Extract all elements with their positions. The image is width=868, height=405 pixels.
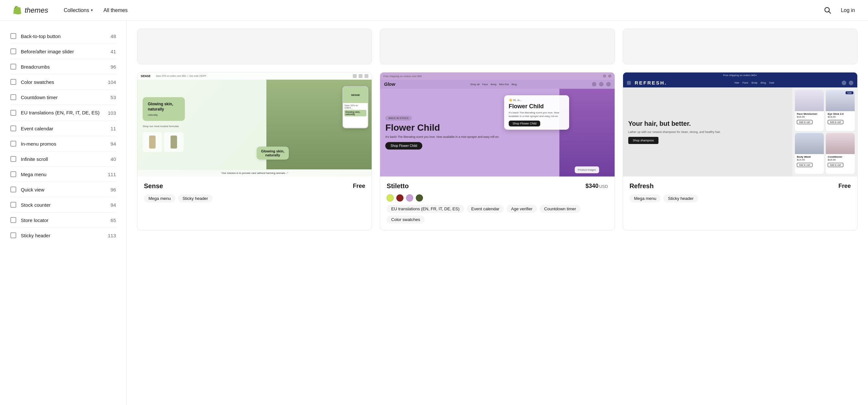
logo-text: themes xyxy=(25,6,48,15)
refresh-nav: Hair Face Body Blog Sale xyxy=(735,81,774,84)
color-swatch-purple[interactable] xyxy=(406,194,413,202)
logo[interactable]: themes xyxy=(13,6,48,15)
theme-card-stiletto[interactable]: Free shipping on orders over $50 Glow Sh… xyxy=(380,72,615,230)
stiletto-tag-color[interactable]: Color swatches xyxy=(386,215,425,224)
checkbox-back-to-top[interactable] xyxy=(10,33,16,39)
shopify-logo-icon xyxy=(13,6,22,15)
refresh-hero: Your hair, but better. Lather up with ou… xyxy=(623,87,857,176)
sense-floating-badge: Glowing skin,naturally xyxy=(257,147,289,160)
refresh-theme-name: Refresh xyxy=(629,182,654,190)
refresh-preview-bg: Free shipping on orders $45+ REFRESH. Ha… xyxy=(623,73,857,176)
theme-content: SENSE Save 15% on orders over $50 ✓ Use … xyxy=(127,21,868,405)
checkbox-sticky-header[interactable] xyxy=(10,232,16,238)
sense-nav-bar: SENSE Save 15% on orders over $50 ✓ Use … xyxy=(137,73,372,80)
refresh-shop-btn[interactable]: Shop shampoos xyxy=(628,137,658,144)
stiletto-brand: Glow xyxy=(384,82,395,87)
filter-before-after[interactable]: Before/after image slider 41 xyxy=(10,44,116,59)
refresh-brand: REFRESH. xyxy=(635,80,667,86)
sense-green-card: Glowing skin, naturally naturally xyxy=(143,97,185,121)
phone-mockup: SENSE Save 15% on orders... Glowing skin… xyxy=(342,86,368,128)
filter-sidebar: Back-to-top button 48 Before/after image… xyxy=(0,21,127,405)
search-icon xyxy=(824,6,832,14)
top-card-1 xyxy=(137,29,372,64)
filter-color-swatches[interactable]: Color swatches 104 xyxy=(10,75,116,90)
filter-in-menu-promos[interactable]: In-menu promos 94 xyxy=(10,136,116,151)
sense-theme-price: Free xyxy=(353,183,365,190)
filter-countdown-timer[interactable]: Countdown timer 53 xyxy=(10,90,116,105)
search-button[interactable] xyxy=(823,5,833,16)
top-card-2 xyxy=(380,29,615,64)
header-actions: Log in xyxy=(823,5,855,16)
stiletto-fc-btn[interactable]: Shop Flower Child xyxy=(509,121,540,126)
checkbox-stock-counter[interactable] xyxy=(10,202,16,208)
stiletto-card-info: Stiletto $340USD EU translations (EN, FR… xyxy=(380,176,614,230)
filter-store-locator[interactable]: Store locator 65 xyxy=(10,212,116,228)
checkbox-infinite-scroll[interactable] xyxy=(10,156,16,162)
theme-card-refresh[interactable]: Free shipping on orders $45+ REFRESH. Ha… xyxy=(623,72,858,230)
login-button[interactable]: Log in xyxy=(841,7,855,13)
nav-all-themes[interactable]: All themes xyxy=(103,7,128,13)
stiletto-tag-countdown[interactable]: Countdown timer xyxy=(539,205,581,213)
filter-stock-counter[interactable]: Stock counter 94 xyxy=(10,197,116,212)
stiletto-cta[interactable]: Shop Flower Child xyxy=(385,142,422,149)
add-to-cart-3[interactable]: Add to cart xyxy=(797,163,812,167)
refresh-product-2[interactable]: Sale Eye Stick 2.0 $18.00 Add to cart xyxy=(826,90,855,131)
refresh-hero-title: Your hair, but better. xyxy=(628,120,787,127)
theme-grid: SENSE Save 15% on orders over $50 ✓ Use … xyxy=(137,72,858,230)
refresh-product-3[interactable]: Body Wash $14.00 Add to cart xyxy=(795,133,824,174)
stiletto-hero: BACK IN STOCK Flower Child It's back! Th… xyxy=(380,89,614,176)
top-partial-cards xyxy=(137,29,858,64)
refresh-products-grid: Face Moisturizer $16.00 Add to cart Sale xyxy=(792,87,857,176)
sense-card-info: Sense Free Mega menu Sticky header xyxy=(137,176,372,209)
filter-infinite-scroll[interactable]: Infinite scroll 40 xyxy=(10,151,116,167)
filter-eu-translations[interactable]: EU translations (EN, FR, IT, DE, ES) 103 xyxy=(10,105,116,121)
refresh-card-header: Refresh Free xyxy=(629,182,851,190)
checkbox-color-swatches[interactable] xyxy=(10,79,16,85)
stiletto-preview-image: Free shipping on orders over $50 Glow Sh… xyxy=(380,73,614,176)
add-to-cart-4[interactable]: Add to cart xyxy=(828,163,843,167)
sense-tag-sticky-header[interactable]: Sticky header xyxy=(178,194,213,202)
refresh-product-4[interactable]: Conditioner $16.00 Add to cart xyxy=(826,133,855,174)
sense-quote: "Our mission is to provide care without … xyxy=(137,169,372,176)
refresh-product-1[interactable]: Face Moisturizer $16.00 Add to cart xyxy=(795,90,824,131)
filter-event-calendar[interactable]: Event calendar 11 xyxy=(10,121,116,136)
sense-tags: Mega menu Sticky header xyxy=(144,194,365,202)
sense-products-strip xyxy=(143,132,261,152)
checkbox-in-menu-promos[interactable] xyxy=(10,141,16,147)
sense-right: SENSE Save 15% on orders... Glowing skin… xyxy=(267,80,372,169)
main-layout: Back-to-top button 48 Before/after image… xyxy=(0,21,868,405)
checkbox-mega-menu[interactable] xyxy=(10,171,16,177)
refresh-tag-mega-menu[interactable]: Mega menu xyxy=(629,194,661,202)
sense-body: Glowing skin, naturally naturally Shop o… xyxy=(137,80,372,169)
filter-quick-view[interactable]: Quick view 96 xyxy=(10,182,116,197)
sense-preview-bg: SENSE Save 15% on orders over $50 ✓ Use … xyxy=(137,73,372,176)
stiletto-tag-event[interactable]: Event calendar xyxy=(467,205,504,213)
checkbox-breadcrumbs[interactable] xyxy=(10,64,16,69)
sense-preview-image: SENSE Save 15% on orders over $50 ✓ Use … xyxy=(137,73,372,176)
add-to-cart-1[interactable]: Add to cart xyxy=(797,120,812,124)
stiletto-theme-price: $340USD xyxy=(585,183,608,190)
filter-sticky-header[interactable]: Sticky header 113 xyxy=(10,228,116,243)
filter-breadcrumbs[interactable]: Breadcrumbs 96 xyxy=(10,59,116,75)
color-swatch-green[interactable] xyxy=(416,194,423,202)
checkbox-countdown-timer[interactable] xyxy=(10,94,16,100)
stiletto-tag-age[interactable]: Age verifier xyxy=(506,205,537,213)
top-card-3 xyxy=(623,29,858,64)
color-swatch-yellow[interactable] xyxy=(386,194,394,202)
checkbox-before-after[interactable] xyxy=(10,49,16,54)
checkbox-eu-translations[interactable] xyxy=(10,110,16,116)
theme-card-sense[interactable]: SENSE Save 15% on orders over $50 ✓ Use … xyxy=(137,72,372,230)
sense-theme-name: Sense xyxy=(144,182,163,190)
add-to-cart-2[interactable]: Add to cart xyxy=(828,120,843,124)
checkbox-event-calendar[interactable] xyxy=(10,125,16,131)
sense-tag-mega-menu[interactable]: Mega menu xyxy=(144,194,176,202)
checkbox-quick-view[interactable] xyxy=(10,186,16,193)
checkbox-store-locator[interactable] xyxy=(10,217,16,223)
stiletto-tag-eu[interactable]: EU translations (EN, FR, IT, DE, ES) xyxy=(386,205,464,213)
refresh-tag-sticky-header[interactable]: Sticky header xyxy=(663,194,698,202)
nav-collections[interactable]: Collections ▾ xyxy=(64,7,93,13)
filter-back-to-top[interactable]: Back-to-top button 48 xyxy=(10,29,116,44)
filter-mega-menu[interactable]: Mega menu 111 xyxy=(10,167,116,182)
refresh-shipping-bar: Free shipping on orders $45+ xyxy=(623,73,857,78)
color-swatch-red[interactable] xyxy=(396,194,403,202)
